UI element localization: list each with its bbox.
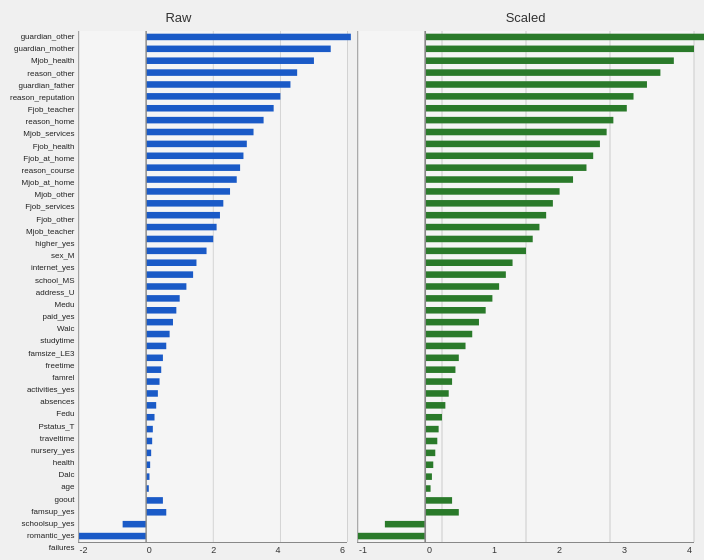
y-label: Mjob_at_home bbox=[10, 179, 75, 187]
svg-rect-14 bbox=[146, 141, 247, 148]
x-tick: 6 bbox=[340, 545, 345, 555]
svg-rect-89 bbox=[425, 450, 435, 457]
svg-rect-13 bbox=[146, 129, 253, 136]
y-label: reason_course bbox=[10, 167, 75, 175]
svg-rect-60 bbox=[425, 105, 627, 112]
y-label: Fjob_health bbox=[10, 143, 75, 151]
svg-rect-71 bbox=[425, 236, 533, 243]
y-label: internet_yes bbox=[10, 264, 75, 272]
raw-chart-svg bbox=[79, 31, 348, 542]
svg-rect-33 bbox=[146, 366, 161, 373]
x-tick: 2 bbox=[211, 545, 216, 555]
y-label: romantic_yes bbox=[10, 532, 75, 540]
svg-rect-45 bbox=[146, 509, 166, 516]
y-label: activities_yes bbox=[10, 386, 75, 394]
svg-rect-72 bbox=[425, 248, 526, 255]
y-label: freetime bbox=[10, 362, 75, 370]
svg-rect-37 bbox=[146, 414, 154, 421]
svg-rect-5 bbox=[146, 34, 351, 41]
svg-rect-21 bbox=[146, 224, 216, 231]
svg-rect-6 bbox=[146, 46, 331, 53]
scaled-chart-svg bbox=[358, 31, 694, 542]
svg-rect-24 bbox=[146, 259, 196, 266]
svg-rect-85 bbox=[425, 402, 445, 409]
charts-row: Raw guardian_otherguardian_motherMjob_he… bbox=[10, 10, 694, 555]
svg-rect-73 bbox=[425, 259, 512, 266]
svg-rect-78 bbox=[425, 319, 479, 326]
svg-rect-15 bbox=[146, 153, 243, 160]
scaled-panel: Scaled -101234 bbox=[357, 10, 694, 555]
svg-rect-94 bbox=[425, 509, 459, 516]
svg-rect-29 bbox=[146, 319, 173, 326]
svg-rect-39 bbox=[146, 438, 152, 445]
y-label: school_MS bbox=[10, 277, 75, 285]
svg-rect-69 bbox=[425, 212, 546, 219]
y-label: Fjob_other bbox=[10, 216, 75, 224]
svg-rect-30 bbox=[146, 331, 169, 338]
svg-rect-66 bbox=[425, 176, 573, 183]
x-tick: -2 bbox=[80, 545, 88, 555]
svg-rect-83 bbox=[425, 378, 452, 385]
raw-body: guardian_otherguardian_motherMjob_health… bbox=[10, 31, 347, 555]
y-label: Dalc bbox=[10, 471, 75, 479]
y-label: famrel bbox=[10, 374, 75, 382]
y-label: Fjob_services bbox=[10, 203, 75, 211]
x-tick: 1 bbox=[492, 545, 497, 555]
y-label: Mjob_services bbox=[10, 130, 75, 138]
y-label: Fjob_teacher bbox=[10, 106, 75, 114]
y-label: Mjob_health bbox=[10, 57, 75, 65]
y-label: goout bbox=[10, 496, 75, 504]
svg-rect-57 bbox=[425, 69, 660, 76]
y-label: sex_M bbox=[10, 252, 75, 260]
scaled-xaxis-labels: -101234 bbox=[357, 545, 694, 555]
svg-rect-74 bbox=[425, 271, 506, 278]
y-label: address_U bbox=[10, 289, 75, 297]
svg-rect-65 bbox=[425, 164, 586, 171]
svg-rect-7 bbox=[146, 57, 314, 64]
y-label: health bbox=[10, 459, 75, 467]
svg-rect-28 bbox=[146, 307, 176, 314]
y-label: famsize_LE3 bbox=[10, 350, 75, 358]
svg-rect-9 bbox=[146, 81, 290, 88]
svg-rect-26 bbox=[146, 283, 186, 290]
svg-rect-91 bbox=[425, 473, 432, 480]
svg-rect-35 bbox=[146, 390, 158, 397]
svg-rect-62 bbox=[425, 129, 606, 136]
raw-title: Raw bbox=[10, 10, 347, 25]
y-label: guardian_mother bbox=[10, 45, 75, 53]
svg-rect-58 bbox=[425, 81, 647, 88]
y-label: higher_yes bbox=[10, 240, 75, 248]
raw-plot-area bbox=[78, 31, 348, 543]
main-wrapper: Raw guardian_otherguardian_motherMjob_he… bbox=[0, 0, 704, 560]
y-label: failures bbox=[10, 544, 75, 552]
svg-rect-95 bbox=[385, 521, 425, 528]
y-label: schoolsup_yes bbox=[10, 520, 75, 528]
y-label: guardian_father bbox=[10, 82, 75, 90]
y-label: Mjob_other bbox=[10, 191, 75, 199]
y-label: reason_other bbox=[10, 70, 75, 78]
svg-rect-17 bbox=[146, 176, 237, 183]
svg-rect-19 bbox=[146, 200, 223, 207]
y-label: age bbox=[10, 483, 75, 491]
svg-rect-64 bbox=[425, 153, 593, 160]
svg-rect-96 bbox=[358, 533, 425, 540]
x-tick: 2 bbox=[557, 545, 562, 555]
svg-rect-84 bbox=[425, 390, 449, 397]
y-label: Walc bbox=[10, 325, 75, 333]
svg-rect-54 bbox=[425, 34, 704, 41]
y-label: Mjob_teacher bbox=[10, 228, 75, 236]
y-label: nursery_yes bbox=[10, 447, 75, 455]
svg-rect-12 bbox=[146, 117, 263, 124]
svg-rect-25 bbox=[146, 271, 193, 278]
raw-xaxis: -20246 bbox=[78, 545, 348, 555]
scaled-body bbox=[357, 31, 694, 543]
y-label: traveltime bbox=[10, 435, 75, 443]
svg-rect-34 bbox=[146, 378, 159, 385]
raw-xaxis-labels: -20246 bbox=[78, 545, 348, 555]
svg-rect-68 bbox=[425, 200, 553, 207]
svg-rect-8 bbox=[146, 69, 297, 76]
svg-rect-76 bbox=[425, 295, 492, 302]
svg-rect-75 bbox=[425, 283, 499, 290]
scaled-plot-area bbox=[357, 31, 694, 543]
svg-rect-10 bbox=[146, 93, 280, 100]
